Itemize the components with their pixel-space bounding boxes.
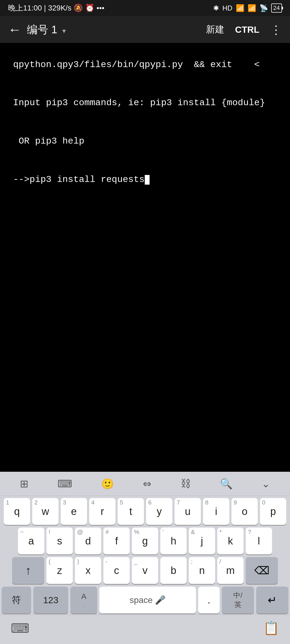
key-n[interactable]: ;n [189, 557, 215, 584]
key-g[interactable]: %g [132, 528, 158, 554]
menu-button[interactable]: ⋮ [270, 23, 282, 36]
kb-cursor-button[interactable]: ⇔ [139, 475, 156, 492]
shift-key[interactable]: ↑ [12, 557, 44, 584]
keyboard-toolbar: ⊞ ⌨ 🙂 ⇔ ⛓ 🔍 ⌄ [0, 472, 290, 496]
kb-search-button[interactable]: 🔍 [216, 475, 237, 492]
key-i[interactable]: 8i [203, 498, 229, 525]
clipboard-bottom-button[interactable]: 📋 [263, 621, 279, 636]
signal1-icon: 📶 [236, 4, 244, 12]
backspace-key[interactable]: ⌫ [246, 557, 278, 584]
keyboard-row-1: 1q 2w 3e 4r 5t 6y 7u 8i 9o 0p [2, 498, 288, 525]
space-key[interactable]: space 🎤 [99, 587, 196, 613]
dot-key[interactable]: . [198, 587, 220, 613]
terminal-line4: -->pip3 install requests [13, 174, 145, 185]
terminal-cursor [145, 175, 150, 185]
status-bar: 晚上11:00 | 329K/s 🔕 ⏰ ••• ✱ HD 📶 📶 📡 24 [0, 0, 290, 16]
keyboard-row-4: 符 123 A , space 🎤 . 中/ 英 ↵ [2, 587, 288, 613]
key-l[interactable]: ?l [246, 528, 272, 554]
key-y[interactable]: 6y [146, 498, 172, 525]
hd-label: HD [222, 4, 233, 12]
signal2-icon: 📶 [248, 4, 256, 12]
key-k[interactable]: *k [217, 528, 244, 554]
lang-switch-key[interactable]: 中/ 英 [222, 587, 254, 613]
app-title: 编号 1 ▾ [27, 22, 206, 37]
app-bar: ← 编号 1 ▾ 新建 CTRL ⋮ [0, 16, 290, 43]
key-v[interactable]: _v [132, 557, 158, 584]
num-key[interactable]: 123 [33, 587, 68, 613]
key-r[interactable]: 4r [89, 498, 115, 525]
wifi-icon: 📡 [259, 4, 268, 12]
kb-grid-button[interactable]: ⊞ [16, 475, 33, 492]
key-u[interactable]: 7u [175, 498, 201, 525]
lang-key[interactable]: A , [70, 587, 97, 613]
key-c[interactable]: -c [103, 557, 130, 584]
key-a[interactable]: ~a [18, 528, 44, 554]
status-speed-val: 329K/s [48, 4, 71, 12]
keyboard-bottom-bar: ⌨ 📋 [0, 614, 290, 641]
key-x[interactable]: )x [75, 557, 101, 584]
ctrl-button[interactable]: CTRL [235, 24, 259, 35]
battery-level: 24 [273, 5, 280, 11]
status-right-icons: ✱ HD 📶 📶 📡 24 [213, 3, 282, 13]
kb-clipboard-button[interactable]: ⛓ [176, 475, 195, 492]
terminal-line1: qpython.qpy3/files/bin/qpypi.py && exit … [13, 60, 260, 70]
key-w[interactable]: 2w [32, 498, 59, 525]
status-mute-icon: 🔕 ⏰ ••• [74, 4, 104, 12]
key-e[interactable]: 3e [61, 498, 87, 525]
key-p[interactable]: 0p [260, 498, 286, 525]
kb-close-button[interactable]: ⌄ [257, 475, 274, 492]
terminal-line2: Input pip3 commands, ie: pip3 install {m… [13, 98, 265, 108]
keyboard-row-2: ~a !s @d #f %g 'h &j *k ?l [2, 528, 288, 554]
terminal-output[interactable]: qpython.qpy3/files/bin/qpypi.py && exit … [0, 43, 290, 472]
key-b[interactable]: b [160, 557, 187, 584]
keyboard-area: ⊞ ⌨ 🙂 ⇔ ⛓ 🔍 ⌄ 1q 2w 3e 4r 5t 6y 7u 8i 9o… [0, 472, 290, 644]
key-t[interactable]: 5t [118, 498, 144, 525]
key-o[interactable]: 9o [231, 498, 258, 525]
keyboard-rows: 1q 2w 3e 4r 5t 6y 7u 8i 9o 0p ~a !s @d #… [0, 496, 290, 614]
new-button[interactable]: 新建 [206, 23, 224, 36]
key-s[interactable]: !s [46, 528, 73, 554]
bt-icon: ✱ [213, 4, 219, 12]
keyboard-row-3: ↑ (z )x -c _v b ;n /m ⌫ [2, 557, 288, 584]
kb-keyboard-button[interactable]: ⌨ [53, 475, 77, 492]
status-time-speed: 晚上11:00 | 329K/s 🔕 ⏰ ••• [8, 3, 104, 13]
key-h[interactable]: 'h [160, 528, 187, 554]
key-z[interactable]: (z [46, 557, 73, 584]
keyboard-type-button[interactable]: ⌨ [11, 621, 29, 636]
terminal-line3: OR pip3 help [13, 136, 84, 146]
title-text: 编号 1 [27, 24, 57, 35]
enter-key[interactable]: ↵ [256, 587, 288, 613]
key-d[interactable]: @d [75, 528, 101, 554]
key-j[interactable]: &j [189, 528, 215, 554]
status-speed: | [44, 4, 48, 12]
status-time: 晚上11:00 [8, 4, 42, 12]
title-dropdown-arrow[interactable]: ▾ [62, 27, 66, 35]
back-button[interactable]: ← [8, 22, 21, 37]
key-f[interactable]: #f [103, 528, 130, 554]
key-m[interactable]: /m [217, 557, 244, 584]
symbol-key[interactable]: 符 [2, 587, 31, 613]
battery-indicator: 24 [271, 3, 282, 13]
kb-emoji-button[interactable]: 🙂 [97, 475, 118, 492]
key-q[interactable]: 1q [4, 498, 30, 525]
